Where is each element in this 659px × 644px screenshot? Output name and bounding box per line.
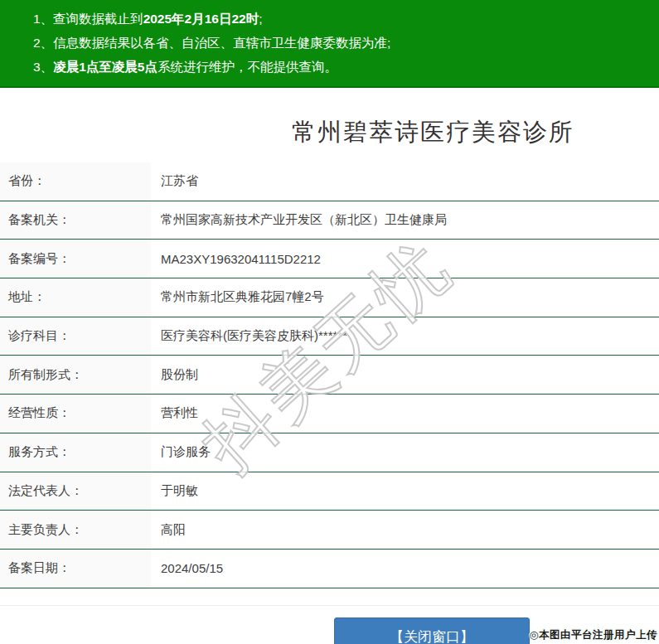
table-row: 备案编号： MA23XY19632041115D2212 xyxy=(0,240,659,278)
table-row: 经营性质： 营利性 xyxy=(0,395,659,433)
upload-credit-text: ◎本图由平台注册用户上传 xyxy=(530,628,657,642)
row-value: 营利性 xyxy=(151,395,659,433)
row-label: 省份： xyxy=(0,162,151,201)
row-value: 2024/05/15 xyxy=(151,550,659,588)
notice-bar: 1、查询数据截止到2025年2月16日22时; 2、信息数据结果以各省、自治区、… xyxy=(0,0,659,88)
row-label: 地址： xyxy=(0,278,151,317)
row-value: 常州市新北区典雅花园7幢2号 xyxy=(151,278,659,317)
notice-1-pre: 1、查询数据截止到 xyxy=(33,12,143,26)
notice-3-pre: 3、 xyxy=(33,60,53,74)
close-window-button[interactable]: 【关闭窗口】 xyxy=(334,617,530,644)
footer: 【关闭窗口】 ◎本图由平台注册用户上传 xyxy=(0,605,659,644)
notice-3-strong: 凌晨1点至凌晨5点 xyxy=(53,60,157,74)
row-label: 备案机关： xyxy=(0,201,151,240)
notice-line-1: 1、查询数据截止到2025年2月16日22时; xyxy=(33,7,649,31)
row-label: 诊疗科目： xyxy=(0,317,151,356)
table-row: 法定代表人： 于明敏 xyxy=(0,472,659,511)
row-label: 备案日期： xyxy=(0,550,151,588)
table-row: 省份： 江苏省 xyxy=(0,162,659,201)
info-table: 省份： 江苏省 备案机关： 常州国家高新技术产业开发区（新北区）卫生健康局 备案… xyxy=(0,162,659,588)
notice-line-2: 2、信息数据结果以各省、自治区、直辖市卫生健康委数据为准; xyxy=(33,31,649,55)
table-row: 所有制形式： 股份制 xyxy=(0,356,659,395)
table-row: 服务方式： 门诊服务 xyxy=(0,433,659,472)
row-label: 备案编号： xyxy=(0,240,151,278)
notice-1-post: ; xyxy=(259,12,262,26)
row-label: 法定代表人： xyxy=(0,472,151,511)
notice-1-strong: 2025年2月16日22时 xyxy=(143,12,259,26)
row-value: 股份制 xyxy=(151,356,659,394)
notice-2-pre: 2、信息数据结果以各省、自治区、直辖市卫生健康委数据为准; xyxy=(33,36,390,50)
row-value: 于明敏 xyxy=(151,472,659,511)
row-value: 高阳 xyxy=(151,511,659,549)
table-row: 地址： 常州市新北区典雅花园7幢2号 xyxy=(0,278,659,317)
row-label: 所有制形式： xyxy=(0,356,151,394)
row-value: 江苏省 xyxy=(151,162,659,201)
table-row: 诊疗科目： 医疗美容科(医疗美容皮肤科)****** xyxy=(0,317,659,356)
row-value: 医疗美容科(医疗美容皮肤科)****** xyxy=(151,317,659,356)
table-row: 主要负责人： 高阳 xyxy=(0,511,659,550)
row-label: 经营性质： xyxy=(0,395,151,433)
table-row: 备案日期： 2024/05/15 xyxy=(0,550,659,588)
row-label: 主要负责人： xyxy=(0,511,151,549)
page-title: 常州碧萃诗医疗美容诊所 xyxy=(0,88,659,162)
notice-3-post: 系统进行维护，不能提供查询。 xyxy=(157,60,337,74)
row-value: 门诊服务 xyxy=(151,433,659,472)
row-value: 常州国家高新技术产业开发区（新北区）卫生健康局 xyxy=(151,201,659,240)
table-row: 备案机关： 常州国家高新技术产业开发区（新北区）卫生健康局 xyxy=(0,201,659,240)
row-label: 服务方式： xyxy=(0,433,151,472)
notice-line-3: 3、凌晨1点至凌晨5点系统进行维护，不能提供查询。 xyxy=(33,55,649,79)
row-value: MA23XY19632041115D2212 xyxy=(151,240,659,278)
